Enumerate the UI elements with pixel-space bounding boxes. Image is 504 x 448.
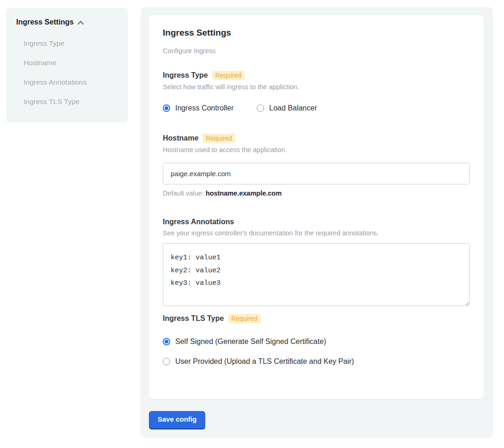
hostname-default-label: Default value:	[163, 190, 206, 197]
radio-self-signed[interactable]: Self Signed (Generate Self Signed Certif…	[163, 338, 470, 346]
sidebar-item-hostname[interactable]: Hostname	[16, 51, 118, 70]
radio-button-icon[interactable]	[163, 358, 170, 365]
radio-ingress-controller[interactable]: Ingress Controller	[163, 104, 234, 112]
sidebar-item-ingress-annotations[interactable]: Ingress Annotations	[16, 70, 118, 90]
ingress-type-help: Select how traffic will ingress to the a…	[163, 83, 470, 91]
ingress-annotations-textarea[interactable]: key1: value1 key2: value2 key3: value3	[163, 243, 470, 306]
radio-button-icon[interactable]	[163, 338, 170, 345]
hostname-label: Hostname	[163, 134, 198, 142]
sidebar-item-ingress-tls-type[interactable]: Ingress TLS Type	[16, 90, 118, 109]
settings-sidebar: Ingress Settings Ingress Type Hostname I…	[6, 8, 128, 123]
ingress-tls-type-label: Ingress TLS Type	[163, 314, 224, 323]
config-panel: Ingress Settings Configure Ingress Ingre…	[141, 7, 493, 438]
ingress-settings-card: Ingress Settings Configure Ingress Ingre…	[149, 15, 484, 399]
field-ingress-type: Ingress Type Required Select how traffic…	[163, 71, 470, 112]
sidebar-group-ingress-settings[interactable]: Ingress Settings	[16, 18, 118, 26]
hostname-input[interactable]	[163, 163, 470, 184]
hostname-help: Hostname used to access the application.	[163, 146, 470, 153]
ingress-tls-options: Self Signed (Generate Self Signed Certif…	[163, 338, 470, 366]
radio-button-icon[interactable]	[257, 104, 264, 112]
field-ingress-tls-type: Ingress TLS Type Required Self Signed (G…	[163, 314, 470, 366]
field-ingress-annotations: Ingress Annotations See your ingress con…	[163, 218, 470, 306]
sidebar-item-ingress-type[interactable]: Ingress Type	[16, 31, 118, 51]
hostname-default-line: Default value: hostname.example.com	[163, 190, 470, 197]
ingress-type-label: Ingress Type	[163, 71, 208, 80]
card-subtitle: Configure Ingress	[163, 47, 470, 55]
radio-load-balancer[interactable]: Load Balancer	[257, 104, 317, 112]
sidebar-item-list: Ingress Type Hostname Ingress Annotation…	[16, 31, 118, 109]
field-hostname: Hostname Required Hostname used to acces…	[163, 134, 470, 197]
required-badge: Required	[203, 134, 235, 143]
ingress-annotations-label: Ingress Annotations	[163, 218, 234, 226]
sidebar-group-label: Ingress Settings	[16, 18, 74, 26]
ingress-type-options: Ingress Controller Load Balancer	[163, 104, 470, 112]
required-badge: Required	[228, 314, 261, 323]
card-title: Ingress Settings	[163, 28, 470, 38]
chevron-up-icon	[77, 20, 84, 25]
save-config-button[interactable]: Save config	[149, 411, 205, 430]
hostname-default-value: hostname.example.com	[206, 190, 282, 197]
required-badge: Required	[212, 71, 245, 80]
radio-button-icon[interactable]	[163, 104, 170, 112]
ingress-annotations-help: See your ingress controller's documentat…	[163, 229, 470, 237]
radio-user-provided[interactable]: User Provided (Upload a TLS Certificate …	[163, 357, 470, 366]
